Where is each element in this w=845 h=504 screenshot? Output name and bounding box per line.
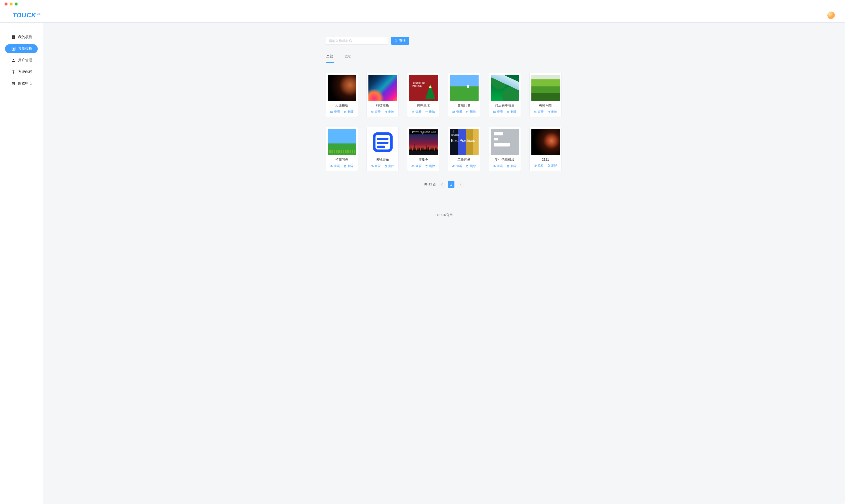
- template-card[interactable]: 科技模板 查看 删除: [366, 73, 399, 117]
- sidebar-item-shared-templates[interactable]: 共享模板: [5, 44, 38, 53]
- sidebar-item-recycle[interactable]: 回收中心: [5, 79, 38, 88]
- template-title: 征集令: [408, 158, 439, 162]
- view-action[interactable]: 查看: [330, 164, 340, 168]
- template-card[interactable]: 养殖问卷 查看 删除: [448, 73, 480, 117]
- svg-point-3: [13, 59, 14, 60]
- pagination-prev-button[interactable]: [439, 181, 445, 188]
- search-icon: [395, 39, 398, 42]
- template-thumbnail: [491, 75, 519, 101]
- view-action[interactable]: 查看: [330, 110, 340, 114]
- delete-action[interactable]: 删除: [425, 164, 435, 168]
- view-action[interactable]: 查看: [493, 110, 503, 114]
- delete-action[interactable]: 删除: [344, 110, 353, 114]
- delete-action[interactable]: 删除: [384, 164, 394, 168]
- svg-point-5: [395, 40, 397, 41]
- template-thumbnail: [368, 75, 397, 101]
- delete-action[interactable]: 删除: [466, 110, 476, 114]
- delete-label: 删除: [551, 110, 557, 114]
- view-action[interactable]: 查看: [534, 110, 544, 114]
- document-small-icon: [451, 130, 453, 133]
- eye-icon: [493, 165, 496, 168]
- view-action[interactable]: 查看: [371, 110, 381, 114]
- view-label: 查看: [375, 110, 381, 114]
- template-name-input[interactable]: [326, 37, 388, 45]
- delete-action[interactable]: 删除: [344, 164, 353, 168]
- view-action[interactable]: 查看: [411, 164, 421, 168]
- template-card[interactable]: 考试表单 查看 删除: [366, 127, 399, 171]
- eye-icon: [411, 111, 414, 113]
- template-card[interactable]: 门店表单收集 查看 删除: [489, 73, 521, 117]
- footer-link[interactable]: TDUCK官网: [326, 188, 562, 228]
- svg-point-11: [535, 111, 536, 112]
- thumbnail-text-small: 最佳实践: [451, 134, 459, 137]
- view-action[interactable]: 查看: [493, 164, 503, 168]
- sidebar-item-my-projects[interactable]: 我的项目: [5, 33, 38, 42]
- view-label: 查看: [497, 110, 503, 114]
- template-thumbnail: [328, 129, 356, 155]
- view-action[interactable]: 查看: [452, 164, 462, 168]
- view-label: 查看: [334, 110, 340, 114]
- template-title: 教师问卷: [530, 104, 561, 108]
- trash-icon: [506, 165, 510, 168]
- template-thumbnail: [531, 75, 560, 101]
- template-card[interactable]: Function list功能清单 鸭鸭星球 查看 删除: [407, 73, 439, 117]
- eye-icon: [452, 165, 455, 168]
- delete-action[interactable]: 删除: [506, 110, 517, 114]
- delete-action[interactable]: 删除: [466, 164, 476, 168]
- view-label: 查看: [334, 164, 340, 168]
- trash-icon: [425, 165, 428, 168]
- avatar[interactable]: [827, 12, 835, 19]
- template-card[interactable]: 学生信息模板 查看 删除: [489, 127, 521, 171]
- chevron-right-icon: [459, 183, 462, 186]
- sidebar-item-user-management[interactable]: 用户管理: [5, 56, 38, 65]
- view-action[interactable]: 查看: [411, 110, 421, 114]
- template-thumbnail: [368, 129, 397, 155]
- trash-icon: [466, 165, 469, 168]
- window-close-button[interactable]: [4, 2, 7, 5]
- delete-label: 删除: [511, 164, 517, 168]
- tab-232[interactable]: 232: [344, 54, 351, 63]
- delete-action[interactable]: 删除: [506, 164, 517, 168]
- svg-point-17: [372, 166, 373, 166]
- template-thumbnail: 【2023MakeX机器人挑战赛–亚洲洲赛】征集令: [409, 129, 438, 155]
- template-card[interactable]: 教师问卷 查看 删除: [529, 73, 562, 117]
- delete-label: 删除: [470, 164, 476, 168]
- template-card[interactable]: 最佳实践 Best Practices 工作问卷 查看 删除: [448, 127, 480, 171]
- eye-icon: [534, 164, 537, 167]
- delete-action[interactable]: 删除: [547, 110, 557, 114]
- sidebar-item-label: 我的项目: [18, 35, 32, 39]
- view-action[interactable]: 查看: [452, 110, 462, 114]
- trash-icon: [506, 111, 510, 113]
- view-action[interactable]: 查看: [534, 163, 544, 167]
- delete-action[interactable]: 删除: [425, 110, 435, 114]
- template-card[interactable]: 【2023MakeX机器人挑战赛–亚洲洲赛】征集令 征集令 查看 删除: [407, 127, 439, 171]
- tab-all[interactable]: 全部: [326, 54, 334, 63]
- view-label: 查看: [538, 163, 544, 167]
- window-maximize-button[interactable]: [15, 2, 18, 5]
- tabs: 全部 232: [326, 54, 562, 63]
- template-actions: 查看 删除: [367, 164, 398, 168]
- thumbnail-text-big: Best Practices: [451, 139, 475, 143]
- gear-icon: [12, 70, 16, 74]
- pagination-page-1[interactable]: 1: [448, 181, 454, 188]
- pagination-next-button[interactable]: [457, 181, 464, 188]
- window-titlebar: [0, 0, 845, 8]
- template-actions: 查看 删除: [448, 110, 480, 114]
- template-thumbnail: [328, 75, 356, 101]
- window-minimize-button[interactable]: [10, 2, 13, 5]
- template-thumbnail: [450, 75, 479, 101]
- template-title: 学生信息模板: [489, 158, 521, 162]
- template-card[interactable]: 天涯模板 查看 删除: [326, 73, 358, 117]
- delete-action[interactable]: 删除: [384, 110, 394, 114]
- sidebar-item-label: 系统配置: [18, 70, 32, 74]
- sidebar-item-system-config[interactable]: 系统配置: [5, 67, 38, 76]
- template-card[interactable]: 2121 查看 删除: [529, 127, 562, 171]
- logo[interactable]: TDUCK CE: [13, 11, 41, 19]
- template-card[interactable]: 招商问卷 查看 删除: [326, 127, 358, 171]
- template-actions: 查看 删除: [326, 164, 358, 168]
- view-action[interactable]: 查看: [371, 164, 381, 168]
- trash-icon: [466, 111, 469, 113]
- delete-label: 删除: [470, 110, 476, 114]
- delete-action[interactable]: 删除: [547, 163, 557, 167]
- search-button[interactable]: 查询: [391, 37, 409, 45]
